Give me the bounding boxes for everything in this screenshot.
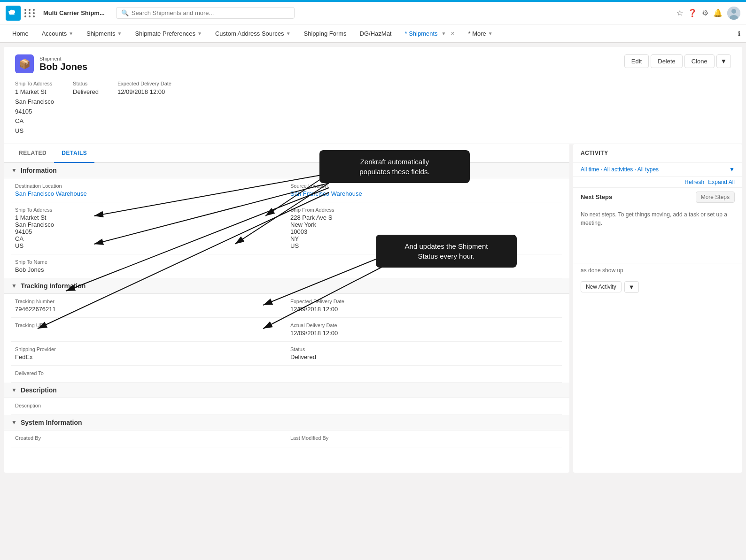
ship-to-name-cell: Ship To Name Bob Jones ✏ <box>11 254 287 278</box>
clone-button[interactable]: Clone <box>684 54 715 68</box>
actual-delivery-value: 12/09/2018 12:00 <box>290 330 558 337</box>
source-location-label: Source Location <box>290 183 558 189</box>
shipments-caret: ▼ <box>117 31 122 36</box>
activity-filter-dropdown[interactable]: ▼ <box>729 166 735 173</box>
ship-to-name-label: Ship To Name <box>15 259 283 265</box>
activity-dropdown-btn[interactable]: ▼ <box>624 281 639 293</box>
nav-shipping-forms[interactable]: Shipping Forms <box>297 24 353 43</box>
status-value: Delivered <box>73 87 99 97</box>
setup-icon[interactable]: ⚙ <box>702 8 708 17</box>
help-icon[interactable]: ❓ <box>688 8 697 17</box>
record-header: 📦 Shipment Bob Jones Edit Delete Clone ▼… <box>4 47 742 144</box>
more-steps-button[interactable]: More Steps <box>696 192 735 203</box>
status-field-value: Delivered <box>290 353 558 361</box>
notification-icon[interactable]: 🔔 <box>713 8 723 17</box>
app-name: Multi Carrier Shipm... <box>43 9 105 16</box>
source-location-value[interactable]: San Francisco Warehouse <box>290 190 558 197</box>
record-name: Bob Jones <box>39 61 87 72</box>
actions-dropdown[interactable]: ▼ <box>716 54 731 68</box>
ship-to-label: Ship To Address <box>15 81 54 86</box>
new-activity-button[interactable]: New Activity <box>581 281 622 292</box>
expected-delivery-field: Expected Delivery Date 12/09/2018 12:00 <box>117 81 171 136</box>
record-title-group: Shipment Bob Jones <box>39 56 87 72</box>
nav-shipmate-preferences[interactable]: Shipmate Preferences ▼ <box>128 24 209 43</box>
ship-to-line1[interactable]: 1 Market St <box>15 214 46 221</box>
ship-to-line4[interactable]: CA <box>15 235 23 242</box>
tracking-chevron: ▼ <box>11 283 17 289</box>
shipping-provider-cell: Shipping Provider FedEx ✏ <box>11 342 287 366</box>
nav-home[interactable]: Home <box>6 24 35 43</box>
info-icon[interactable]: ℹ <box>738 30 740 37</box>
empty-cell-tracking <box>287 366 562 383</box>
tracking-section-header[interactable]: ▼ Tracking Information <box>4 278 569 294</box>
next-steps-empty-message: No next steps. To get things moving, add… <box>573 207 742 235</box>
status-field-label: Status <box>290 346 558 352</box>
detail-tabs: RELATED DETAILS <box>4 144 569 163</box>
destination-location-value[interactable]: San Francisco Warehouse <box>15 190 283 197</box>
more-caret: ▼ <box>488 31 493 36</box>
next-steps-bar: Next Steps More Steps <box>573 188 742 207</box>
salesforce-logo[interactable]: ☁ <box>6 6 21 21</box>
delete-button[interactable]: Delete <box>651 54 683 68</box>
source-location-cell: Source Location San Francisco Warehouse … <box>287 178 562 202</box>
description-section-header[interactable]: ▼ Description <box>4 383 569 398</box>
search-input[interactable] <box>132 9 289 16</box>
last-modified-label: Last Modified By <box>290 435 558 441</box>
accounts-caret: ▼ <box>69 31 73 36</box>
favorites-icon[interactable]: ☆ <box>676 8 683 17</box>
tracking-url-cell: Tracking URL ✏ <box>11 318 287 342</box>
system-fields: Created By Last Modified By <box>4 430 569 447</box>
nav-more[interactable]: * More ▼ <box>461 24 499 43</box>
main-content: RELATED DETAILS ▼ Information Destinatio… <box>4 144 742 473</box>
ship-from-line5[interactable]: US <box>290 242 299 249</box>
created-by-label: Created By <box>15 435 283 441</box>
nav-tab-shipments-active[interactable]: * Shipments ▼ ✕ <box>398 24 461 43</box>
nav-accounts[interactable]: Accounts ▼ <box>35 24 80 43</box>
tracking-number-cell: Tracking Number 794622676211 ✏ <box>11 294 287 318</box>
delivered-to-label: Delivered To <box>15 370 283 376</box>
empty-cell-info <box>287 254 562 278</box>
tracking-url-label: Tracking URL <box>15 322 283 328</box>
expand-all-link[interactable]: Expand All <box>708 179 735 185</box>
tab-close-icon[interactable]: ✕ <box>451 31 455 37</box>
tab-related[interactable]: RELATED <box>11 144 54 163</box>
search-bar[interactable]: 🔍 <box>116 7 295 19</box>
expected-delivery-value: 12/09/2018 12:00 <box>117 87 171 97</box>
activity-buttons: New Activity ▼ <box>573 277 742 297</box>
svg-text:☁: ☁ <box>9 9 15 15</box>
expected-delivery-value: 12/09/2018 12:00 <box>290 306 558 313</box>
activity-title: ACTIVITY <box>573 144 742 162</box>
mark-done-text: as done show up <box>573 263 742 277</box>
ship-from-address-value: 228 Park Ave S New York 10003 NY US <box>290 214 558 249</box>
navigation-bar: Home Accounts ▼ Shipments ▼ Shipmate Pre… <box>0 24 746 43</box>
destination-location-cell: Destination Location San Francisco Wareh… <box>11 178 287 202</box>
ship-from-line1[interactable]: 228 Park Ave S <box>290 214 332 221</box>
user-avatar[interactable] <box>727 7 740 20</box>
record-type-icon: 📦 <box>15 54 34 73</box>
nav-custom-address-sources[interactable]: Custom Address Sources ▼ <box>209 24 297 43</box>
ship-to-line3[interactable]: 94105 <box>15 228 32 235</box>
edit-button[interactable]: Edit <box>624 54 649 68</box>
nav-dg-hazmat[interactable]: DG/HazMat <box>353 24 398 43</box>
system-title: System Information <box>21 419 82 426</box>
ship-to-line2[interactable]: San Francisco <box>15 221 54 228</box>
information-chevron: ▼ <box>11 167 17 174</box>
system-section-header[interactable]: ▼ System Information <box>4 415 569 430</box>
information-title: Information <box>21 167 57 174</box>
app-grid-icon[interactable] <box>24 9 36 17</box>
ship-to-address-cell: Ship To Address 1 Market St San Francisc… <box>11 202 287 254</box>
ship-from-line2[interactable]: New York <box>290 221 316 228</box>
ship-to-line5[interactable]: US <box>15 242 23 249</box>
ship-from-line3[interactable]: 10003 <box>290 228 307 235</box>
refresh-link[interactable]: Refresh <box>684 179 704 185</box>
description-label: Description <box>15 403 558 408</box>
activity-filter-text[interactable]: All time · All activities · All types <box>581 166 659 173</box>
nav-shipments[interactable]: Shipments ▼ <box>80 24 128 43</box>
ship-from-line4[interactable]: NY <box>290 235 299 242</box>
active-tab-caret: ▼ <box>442 31 446 36</box>
information-section-header[interactable]: ▼ Information <box>4 163 569 178</box>
svg-point-2 <box>731 9 736 14</box>
custom-address-caret: ▼ <box>286 31 291 36</box>
ship-to-value: 1 Market StSan Francisco94105CAUS <box>15 87 54 136</box>
tab-details[interactable]: DETAILS <box>54 144 94 163</box>
